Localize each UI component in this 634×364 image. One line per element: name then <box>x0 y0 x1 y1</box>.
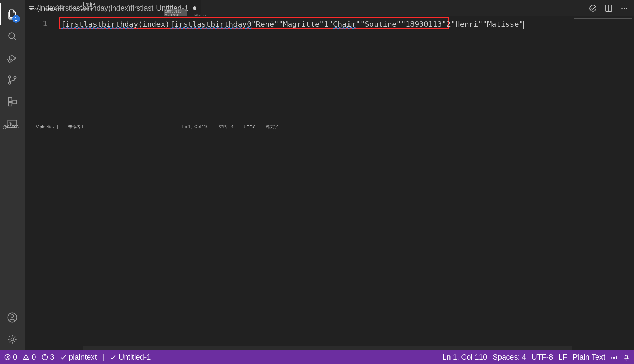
indentation[interactable]: Spaces: 4 <box>493 353 526 362</box>
more-actions-button[interactable] <box>620 4 629 12</box>
settings-button[interactable] <box>0 328 25 350</box>
warning-icon <box>23 354 29 361</box>
svg-rect-12 <box>13 100 16 104</box>
git-branch-icon <box>7 75 18 86</box>
extensions-tab[interactable] <box>0 91 25 113</box>
svg-point-31 <box>45 355 45 356</box>
svg-line-5 <box>7 59 8 60</box>
horizontal-scrollbar[interactable] <box>83 346 572 350</box>
separator: | <box>102 353 104 362</box>
svg-point-17 <box>11 338 14 341</box>
ellipsis-icon <box>620 4 629 12</box>
file-check-label: Untitled-1 <box>118 353 151 362</box>
search-tab[interactable] <box>0 25 25 47</box>
feedback-button[interactable] <box>611 354 618 361</box>
line-number-gutter: 1 <box>25 16 55 28</box>
explorer-badge: 1 <box>12 15 20 23</box>
split-editor-button[interactable] <box>605 4 613 12</box>
broadcast-icon <box>611 354 618 361</box>
tab-bar: (index)firstlastbirthday(index)firstlast… <box>25 0 634 16</box>
editor-area[interactable]: 1 firstlastbirthday(index)firstlastbirth… <box>25 16 634 350</box>
line-number: 1 <box>25 19 47 28</box>
split-icon <box>605 4 613 12</box>
error-icon <box>4 354 11 361</box>
run-debug-tab[interactable] <box>0 47 25 69</box>
bell-icon <box>623 354 630 361</box>
warnings-count: 0 <box>31 353 36 362</box>
source-control-tab[interactable] <box>0 69 25 91</box>
svg-point-8 <box>9 82 11 84</box>
terminal-icon <box>7 118 18 129</box>
editor-tab[interactable]: (index)firstlastbirthday(index)firstlast… <box>25 0 201 16</box>
check-icon <box>110 354 116 361</box>
svg-point-23 <box>626 8 627 9</box>
language-mode[interactable]: Plain Text <box>573 353 605 362</box>
svg-point-21 <box>621 8 623 9</box>
check-icon <box>60 354 67 361</box>
explorer-tab[interactable]: 1 <box>0 3 25 25</box>
lang-check-label: plaintext <box>69 353 97 362</box>
minimap-line <box>574 18 632 19</box>
svg-point-16 <box>11 315 14 318</box>
svg-point-18 <box>590 5 596 11</box>
minimap[interactable] <box>572 16 634 350</box>
problems-warnings[interactable]: 0 <box>23 353 36 362</box>
svg-point-32 <box>613 357 614 358</box>
breadcrumb: (index)firstlastbirthday(index)firstlast <box>37 4 153 13</box>
dirty-indicator-icon <box>193 6 196 10</box>
status-bar: 0 0 3 plaintext | Untitled-1 Ln 1, Col 1… <box>0 350 634 364</box>
svg-point-28 <box>26 358 26 359</box>
code-line-1[interactable]: firstlastbirthday(index)firstlastbirthda… <box>60 19 525 29</box>
info-count: 3 <box>50 353 54 362</box>
problems-errors[interactable]: 0 <box>4 353 17 362</box>
svg-point-22 <box>624 8 625 9</box>
activity-bar: 1 <box>0 0 25 350</box>
info-icon <box>41 354 48 361</box>
cursor-position[interactable]: Ln 1, Col 110 <box>442 353 487 362</box>
svg-line-1 <box>14 38 16 40</box>
svg-rect-10 <box>8 98 12 102</box>
notifications-button[interactable] <box>623 354 630 361</box>
svg-rect-11 <box>8 102 12 106</box>
book-check-icon <box>589 4 597 12</box>
menu-icon <box>29 6 34 10</box>
file-check[interactable]: Untitled-1 <box>110 353 151 362</box>
svg-point-0 <box>9 32 14 38</box>
accounts-button[interactable] <box>0 307 25 328</box>
search-icon <box>7 31 18 42</box>
gear-icon <box>7 334 18 345</box>
svg-point-9 <box>14 77 16 79</box>
account-icon <box>7 312 18 323</box>
errors-count: 0 <box>13 353 17 362</box>
toggle-preview-button[interactable] <box>589 4 597 12</box>
extensions-icon <box>7 96 18 107</box>
svg-point-3 <box>8 60 11 62</box>
text-cursor <box>523 21 524 29</box>
tab-filename: Untitled-1 <box>156 4 188 13</box>
language-check[interactable]: plaintext <box>60 353 97 362</box>
svg-point-7 <box>9 76 11 78</box>
debug-run-icon <box>7 53 18 64</box>
encoding[interactable]: UTF-8 <box>532 353 553 362</box>
problems-info[interactable]: 3 <box>41 353 54 362</box>
svg-rect-13 <box>8 120 17 127</box>
terminal-tab[interactable] <box>0 113 25 135</box>
svg-marker-2 <box>11 55 16 62</box>
eol[interactable]: LF <box>558 353 567 362</box>
